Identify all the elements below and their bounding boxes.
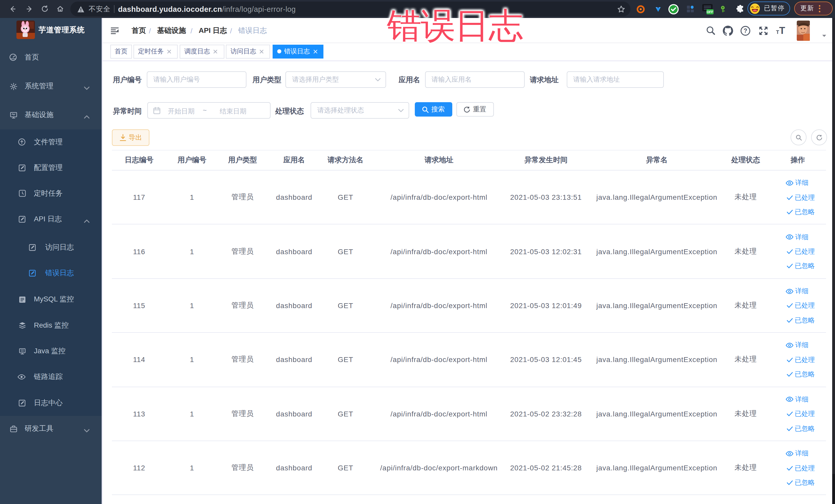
svg-text:?: ? <box>744 27 747 34</box>
svg-text:OFF: OFF <box>707 10 713 14</box>
